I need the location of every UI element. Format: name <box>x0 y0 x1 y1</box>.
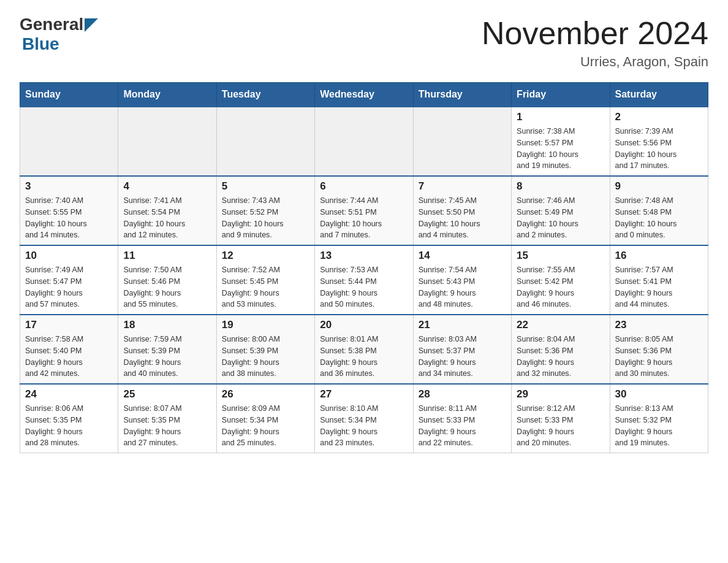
day-number: 26 <box>222 388 309 400</box>
calendar-day-cell: 12Sunrise: 7:52 AM Sunset: 5:45 PM Dayli… <box>216 245 314 315</box>
calendar-day-cell: 2Sunrise: 7:39 AM Sunset: 5:56 PM Daylig… <box>610 107 708 176</box>
day-number: 30 <box>615 388 703 400</box>
svg-marker-0 <box>85 18 98 32</box>
day-info: Sunrise: 7:53 AM Sunset: 5:44 PM Dayligh… <box>320 264 408 310</box>
day-number: 14 <box>419 250 506 262</box>
day-info: Sunrise: 8:07 AM Sunset: 5:35 PM Dayligh… <box>123 403 211 449</box>
day-info: Sunrise: 8:06 AM Sunset: 5:35 PM Dayligh… <box>25 403 113 449</box>
day-number: 15 <box>517 250 604 262</box>
day-number: 10 <box>25 250 113 262</box>
calendar-week-row: 24Sunrise: 8:06 AM Sunset: 5:35 PM Dayli… <box>20 384 708 453</box>
calendar-day-cell: 16Sunrise: 7:57 AM Sunset: 5:41 PM Dayli… <box>610 245 708 315</box>
calendar-day-cell: 15Sunrise: 7:55 AM Sunset: 5:42 PM Dayli… <box>512 245 610 315</box>
day-number: 19 <box>222 319 309 331</box>
day-info: Sunrise: 8:01 AM Sunset: 5:38 PM Dayligh… <box>320 334 408 380</box>
calendar-week-row: 3Sunrise: 7:40 AM Sunset: 5:55 PM Daylig… <box>20 176 708 245</box>
day-number: 23 <box>615 319 703 331</box>
calendar-day-header: Tuesday <box>216 83 314 107</box>
day-number: 6 <box>320 180 408 193</box>
calendar-day-header: Monday <box>118 83 216 107</box>
day-info: Sunrise: 7:57 AM Sunset: 5:41 PM Dayligh… <box>615 264 703 310</box>
day-number: 27 <box>320 388 408 400</box>
day-info: Sunrise: 8:13 AM Sunset: 5:32 PM Dayligh… <box>615 403 703 449</box>
page-header: General Blue November 2024 Urries, Arago… <box>20 15 708 70</box>
calendar-day-cell <box>315 107 413 176</box>
day-number: 2 <box>615 111 703 123</box>
calendar-day-cell: 20Sunrise: 8:01 AM Sunset: 5:38 PM Dayli… <box>315 315 413 384</box>
day-info: Sunrise: 8:00 AM Sunset: 5:39 PM Dayligh… <box>222 334 309 380</box>
day-info: Sunrise: 7:43 AM Sunset: 5:52 PM Dayligh… <box>222 195 309 241</box>
day-info: Sunrise: 7:40 AM Sunset: 5:55 PM Dayligh… <box>25 195 113 241</box>
calendar-day-cell: 28Sunrise: 8:11 AM Sunset: 5:33 PM Dayli… <box>413 384 511 453</box>
day-number: 25 <box>123 388 211 400</box>
day-info: Sunrise: 8:05 AM Sunset: 5:36 PM Dayligh… <box>615 334 703 380</box>
day-number: 12 <box>222 250 309 262</box>
calendar-day-cell <box>216 107 314 176</box>
day-info: Sunrise: 7:39 AM Sunset: 5:56 PM Dayligh… <box>615 126 703 172</box>
calendar-day-cell: 3Sunrise: 7:40 AM Sunset: 5:55 PM Daylig… <box>20 176 118 245</box>
day-info: Sunrise: 8:12 AM Sunset: 5:33 PM Dayligh… <box>517 403 604 449</box>
day-info: Sunrise: 7:38 AM Sunset: 5:57 PM Dayligh… <box>517 126 604 172</box>
calendar-day-header: Friday <box>512 83 610 107</box>
calendar-day-header: Wednesday <box>315 83 413 107</box>
day-number: 8 <box>517 180 604 193</box>
calendar-day-cell: 26Sunrise: 8:09 AM Sunset: 5:34 PM Dayli… <box>216 384 314 453</box>
day-info: Sunrise: 7:48 AM Sunset: 5:48 PM Dayligh… <box>615 195 703 241</box>
day-info: Sunrise: 7:50 AM Sunset: 5:46 PM Dayligh… <box>123 264 211 310</box>
day-info: Sunrise: 7:58 AM Sunset: 5:40 PM Dayligh… <box>25 334 113 380</box>
calendar-day-cell: 14Sunrise: 7:54 AM Sunset: 5:43 PM Dayli… <box>413 245 511 315</box>
day-number: 5 <box>222 180 309 193</box>
day-info: Sunrise: 7:52 AM Sunset: 5:45 PM Dayligh… <box>222 264 309 310</box>
day-info: Sunrise: 8:10 AM Sunset: 5:34 PM Dayligh… <box>320 403 408 449</box>
calendar-day-cell <box>413 107 511 176</box>
logo-general-text: General <box>20 15 83 34</box>
day-info: Sunrise: 7:54 AM Sunset: 5:43 PM Dayligh… <box>419 264 506 310</box>
calendar-day-cell: 30Sunrise: 8:13 AM Sunset: 5:32 PM Dayli… <box>610 384 708 453</box>
calendar-day-cell: 27Sunrise: 8:10 AM Sunset: 5:34 PM Dayli… <box>315 384 413 453</box>
calendar-day-cell: 29Sunrise: 8:12 AM Sunset: 5:33 PM Dayli… <box>512 384 610 453</box>
calendar-week-row: 10Sunrise: 7:49 AM Sunset: 5:47 PM Dayli… <box>20 245 708 315</box>
calendar-day-cell: 1Sunrise: 7:38 AM Sunset: 5:57 PM Daylig… <box>512 107 610 176</box>
calendar-day-cell: 25Sunrise: 8:07 AM Sunset: 5:35 PM Dayli… <box>118 384 216 453</box>
day-number: 3 <box>25 180 113 193</box>
calendar-header-row: SundayMondayTuesdayWednesdayThursdayFrid… <box>20 83 708 107</box>
calendar-day-cell: 13Sunrise: 7:53 AM Sunset: 5:44 PM Dayli… <box>315 245 413 315</box>
calendar-day-cell: 6Sunrise: 7:44 AM Sunset: 5:51 PM Daylig… <box>315 176 413 245</box>
day-number: 9 <box>615 180 703 193</box>
day-number: 16 <box>615 250 703 262</box>
calendar-day-cell: 24Sunrise: 8:06 AM Sunset: 5:35 PM Dayli… <box>20 384 118 453</box>
calendar-day-cell: 10Sunrise: 7:49 AM Sunset: 5:47 PM Dayli… <box>20 245 118 315</box>
logo-blue-text: Blue <box>22 34 59 54</box>
calendar-day-cell: 23Sunrise: 8:05 AM Sunset: 5:36 PM Dayli… <box>610 315 708 384</box>
calendar-day-cell: 19Sunrise: 8:00 AM Sunset: 5:39 PM Dayli… <box>216 315 314 384</box>
day-number: 24 <box>25 388 113 400</box>
day-info: Sunrise: 8:04 AM Sunset: 5:36 PM Dayligh… <box>517 334 604 380</box>
title-section: November 2024 Urries, Aragon, Spain <box>482 15 708 70</box>
day-number: 20 <box>320 319 408 331</box>
calendar-day-cell: 11Sunrise: 7:50 AM Sunset: 5:46 PM Dayli… <box>118 245 216 315</box>
calendar-week-row: 17Sunrise: 7:58 AM Sunset: 5:40 PM Dayli… <box>20 315 708 384</box>
day-number: 4 <box>123 180 211 193</box>
day-number: 18 <box>123 319 211 331</box>
logo-arrow-icon <box>85 18 98 32</box>
day-number: 22 <box>517 319 604 331</box>
day-number: 28 <box>419 388 506 400</box>
calendar-day-cell: 7Sunrise: 7:45 AM Sunset: 5:50 PM Daylig… <box>413 176 511 245</box>
day-number: 11 <box>123 250 211 262</box>
main-title: November 2024 <box>482 15 708 52</box>
day-info: Sunrise: 7:49 AM Sunset: 5:47 PM Dayligh… <box>25 264 113 310</box>
day-info: Sunrise: 7:46 AM Sunset: 5:49 PM Dayligh… <box>517 195 604 241</box>
calendar-day-header: Saturday <box>610 83 708 107</box>
calendar-day-header: Sunday <box>20 83 118 107</box>
day-number: 21 <box>419 319 506 331</box>
calendar-table: SundayMondayTuesdayWednesdayThursdayFrid… <box>20 82 708 453</box>
logo: General Blue <box>20 15 98 54</box>
day-number: 1 <box>517 111 604 123</box>
day-number: 13 <box>320 250 408 262</box>
calendar-day-cell: 9Sunrise: 7:48 AM Sunset: 5:48 PM Daylig… <box>610 176 708 245</box>
day-info: Sunrise: 7:59 AM Sunset: 5:39 PM Dayligh… <box>123 334 211 380</box>
calendar-day-cell: 5Sunrise: 7:43 AM Sunset: 5:52 PM Daylig… <box>216 176 314 245</box>
day-info: Sunrise: 7:55 AM Sunset: 5:42 PM Dayligh… <box>517 264 604 310</box>
calendar-day-cell: 8Sunrise: 7:46 AM Sunset: 5:49 PM Daylig… <box>512 176 610 245</box>
calendar-day-cell <box>20 107 118 176</box>
